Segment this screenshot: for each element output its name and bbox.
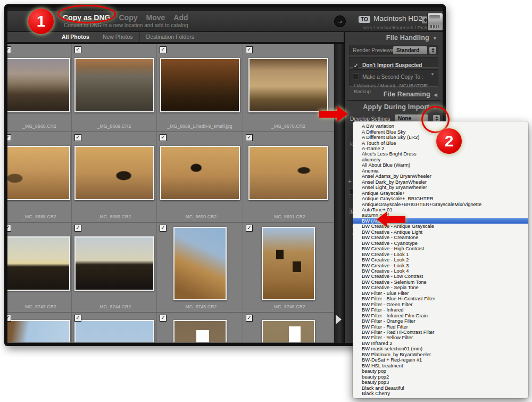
photo-cell[interactable]: ✓_MG_8746.CR2 <box>243 223 334 313</box>
include-photo-checkbox[interactable]: ✓ <box>7 46 11 53</box>
include-photo-checkbox[interactable]: ✓ <box>246 134 253 141</box>
photo-cell[interactable]: ✓ <box>7 313 72 343</box>
tab-new-photos[interactable]: New Photos <box>96 32 139 42</box>
photo-thumbnail[interactable] <box>248 58 328 112</box>
include-photo-checkbox[interactable]: ✓ <box>74 225 81 232</box>
second-copy-box[interactable]: Make a Second Copy To : ▼ / Volumes / Ma… <box>349 69 438 87</box>
forward-arrow-button[interactable]: → <box>334 15 346 27</box>
include-photo-checkbox[interactable]: ✓ <box>246 315 253 322</box>
import-type-add[interactable]: Add <box>173 13 188 22</box>
preset-option-bw-creative-cyanotype[interactable]: BW Creative - Cyanotype <box>353 241 528 246</box>
preset-option-antique-grayscale[interactable]: Antique Grayscale+ <box>353 190 528 195</box>
preset-option-bw-platinum-by-bryanwheeler[interactable]: BW Platinum_by BryanWheeler <box>353 352 528 357</box>
preset-option-bw-filter-blue-hi-contrast-filter[interactable]: BW Filter - Blue Hi-Contrast Filter <box>353 296 528 301</box>
preset-option-bw-creative-selenium-tone[interactable]: BW Creative - Selenium Tone <box>353 280 528 285</box>
photo-thumbnail[interactable] <box>74 320 154 343</box>
preset-option-bw-creative-look-3[interactable]: BW Creative - Look 3 <box>353 262 528 268</box>
photo-thumbnail[interactable] <box>248 146 328 200</box>
preset-option-bw-mask-selection01-mm[interactable]: BW mask-selection01 (mm) <box>353 346 528 351</box>
photo-thumbnail[interactable] <box>7 58 70 112</box>
photo-cell[interactable]: ✓ <box>72 313 157 343</box>
preset-option-alice-s-less-bright-dress[interactable]: Alice's Less Bright Dress <box>353 151 528 157</box>
preset-option-bw-filter-orange-filter[interactable]: BW Filter - Orange Filter <box>353 318 528 324</box>
preset-option-aliumery[interactable]: aliumery <box>353 157 528 162</box>
include-photo-checkbox[interactable]: ✓ <box>74 46 81 53</box>
preset-option-bw-creative-look-4[interactable]: BW Creative - Look 4 <box>353 268 528 274</box>
include-photo-checkbox[interactable]: ✓ <box>160 315 167 322</box>
include-photo-checkbox[interactable]: ✓ <box>160 134 167 141</box>
photo-thumbnail[interactable] <box>74 58 154 112</box>
preset-option-bw-filter-red-hi-contrast-filter[interactable]: BW Filter - Red Hi-Contrast Filter <box>353 330 528 335</box>
photo-cell[interactable]: ✓_MG_8745.CR2 <box>157 223 243 313</box>
preset-option-bw-creative-creamtone[interactable]: BW Creative - Creamtone <box>353 235 528 240</box>
photo-cell[interactable]: ✓_MG_8690.CR2 <box>157 132 243 223</box>
preset-option-bw-filter-green-filter[interactable]: BW Filter - Green Filter <box>353 302 528 307</box>
preset-option-ansel-adams-by-bryanwheeler[interactable]: Ansel Adams_by BryanWheeler <box>353 174 528 179</box>
photo-thumbnail[interactable] <box>7 146 70 200</box>
photo-cell[interactable]: ✓_MG_8691.CR2 <box>243 132 334 223</box>
include-photo-checkbox[interactable]: ✓ <box>246 46 253 53</box>
preset-option-bw-creative-low-contrast[interactable]: BW Creative - Low Contrast <box>353 274 528 279</box>
preset-option-black-cherry[interactable]: Black Cherry <box>353 391 528 396</box>
photo-thumbnail[interactable] <box>262 227 315 300</box>
file-renaming-header[interactable]: File Renaming◀ <box>384 91 437 98</box>
photo-thumbnail[interactable] <box>7 236 70 291</box>
photo-thumbnail[interactable] <box>262 320 315 343</box>
include-photo-checkbox[interactable]: ✓ <box>7 315 11 322</box>
preset-option-black-and-beautiful[interactable]: Black and Beautiful <box>353 385 528 390</box>
import-type-move[interactable]: Move <box>146 13 165 22</box>
preset-option-bw-creative-sepia-tone[interactable]: BW Creative - Sepia Tone <box>353 285 528 290</box>
preset-option-ansel-light-by-bryanwheeler[interactable]: Ansel Light_by BryanWheeler <box>353 185 528 190</box>
preset-option-bw-creative-look-1[interactable]: BW Creative - Look 1 <box>353 251 528 257</box>
preset-option-bw-creative-antique-light[interactable]: BW Creative - Antique Light <box>353 229 528 235</box>
photo-cell[interactable]: ✓_MG_8668.CR2 <box>7 44 72 132</box>
render-previews-stepper-icon[interactable] <box>429 47 436 54</box>
preset-option-beauty-pop3[interactable]: beauty pop3 <box>353 380 528 385</box>
include-photo-checkbox[interactable]: ✓ <box>160 46 167 53</box>
include-photo-checkbox[interactable]: ✓ <box>246 225 253 232</box>
photo-cell[interactable]: ✓ <box>157 313 243 343</box>
preset-option-beauty-pop2[interactable]: beauty pop2 <box>353 374 528 379</box>
include-photo-checkbox[interactable]: ✓ <box>7 225 11 232</box>
preset-option-bw-infrared-2[interactable]: BW Infrared 2 <box>353 341 528 346</box>
photo-cell[interactable]: ✓_MG_8689.CR2 <box>72 132 157 223</box>
photo-cell[interactable]: ✓_MG_8669.CR2 <box>72 44 157 132</box>
photo-cell[interactable]: ✓_MG_8669_LRedit-9_small.jpg <box>157 44 243 132</box>
preset-option-beauty-pop[interactable]: beauty pop <box>353 368 528 374</box>
photo-thumbnail[interactable] <box>7 320 70 343</box>
photo-cell[interactable]: ✓ <box>243 313 334 343</box>
preset-option-bw-creative-look-2[interactable]: BW Creative - Look 2 <box>353 257 528 262</box>
preset-option-bw-filter-red-filter[interactable]: BW Filter - Red Filter <box>353 324 528 329</box>
preset-option-ansel-dark-by-bryanwheeler[interactable]: Ansel Dark_by BryanWheeler <box>353 179 528 185</box>
include-photo-checkbox[interactable]: ✓ <box>74 315 81 322</box>
destination-volume-select[interactable]: Macintosh HD2 <box>373 14 422 22</box>
preset-option-bw-filter-infrared-film-grain[interactable]: BW Filter - Infrared Film Grain <box>353 313 528 318</box>
plus-icon[interactable]: + <box>348 178 352 185</box>
photo-cell[interactable]: ✓_MG_8743.CR2 <box>7 223 72 313</box>
preset-option-bw-hsl-treatment[interactable]: BW-HSL treatment <box>353 363 528 368</box>
include-photo-checkbox[interactable]: ✓ <box>160 225 167 232</box>
photo-cell[interactable]: ✓_MG_8744.CR2 <box>72 223 157 313</box>
preset-option-anemia[interactable]: Anemia <box>353 168 528 174</box>
photo-thumbnail[interactable] <box>173 227 227 300</box>
include-photo-checkbox[interactable]: ✓ <box>74 134 81 141</box>
import-type-copy[interactable]: Copy <box>119 13 137 22</box>
dont-import-duplicates-box[interactable]: ✓Don't Import Suspected Duplicates <box>349 57 438 68</box>
preset-option-antiquegrayscale-brighter-grayscalemix-vignette[interactable]: AntiqueGrayscale+BRIGHTER+GrayscaleMix/V… <box>353 201 528 207</box>
preset-option-all-about-blue-warm[interactable]: All About Blue (Warm) <box>353 162 528 168</box>
tab-destination-folders[interactable]: Destination Folders <box>139 32 201 42</box>
photo-thumbnail[interactable] <box>74 146 154 200</box>
photo-thumbnail[interactable] <box>160 146 240 200</box>
preset-option-bw-filter-blue-filter[interactable]: BW Filter - Blue Filter <box>353 291 528 296</box>
preset-option-bw-filter-infrared[interactable]: BW Filter - Infrared <box>353 307 528 313</box>
panel-collapse-arrow-icon[interactable] <box>336 315 342 324</box>
include-photo-checkbox[interactable]: ✓ <box>7 134 11 141</box>
file-handling-header[interactable]: File Handling▼ <box>386 34 437 42</box>
photo-cell[interactable]: ✓_MG_8688.CR2 <box>7 132 72 223</box>
photo-thumbnail[interactable] <box>74 236 154 291</box>
preset-option-antique-grayscale-brighter[interactable]: Antique Grayscale+_BRIGHTER <box>353 196 528 201</box>
preset-option-bw-creative-high-contrast[interactable]: BW Creative - High Contrast <box>353 246 528 251</box>
photo-thumbnail[interactable] <box>160 58 240 112</box>
dont-import-duplicates-checkbox[interactable]: ✓ <box>353 63 359 69</box>
tab-all-photos[interactable]: All Photos <box>55 32 96 42</box>
